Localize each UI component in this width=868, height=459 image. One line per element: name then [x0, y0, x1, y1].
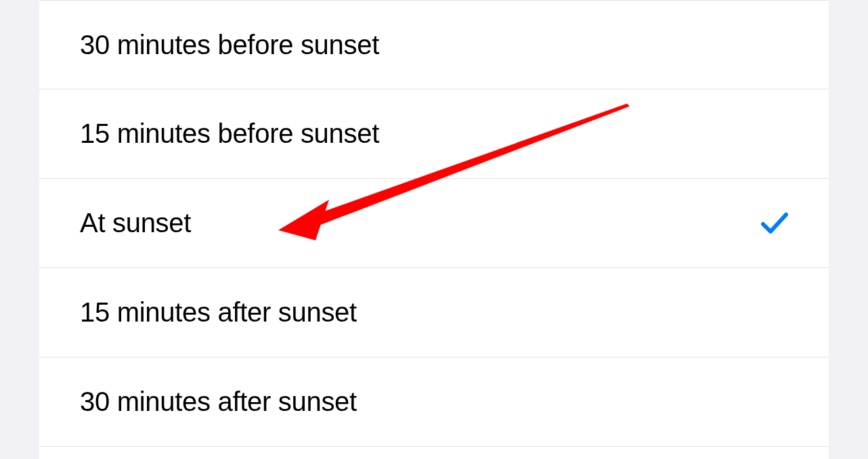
option-label: 30 minutes after sunset [80, 387, 357, 417]
option-label: 30 minutes before sunset [80, 30, 379, 60]
settings-panel: 30 minutes before sunset 15 minutes befo… [39, 0, 829, 459]
checkmark-icon [761, 210, 788, 237]
option-30-min-after-sunset[interactable]: 30 minutes after sunset [39, 357, 829, 447]
option-15-min-before-sunset[interactable]: 15 minutes before sunset [39, 89, 829, 179]
option-label: 15 minutes after sunset [80, 297, 357, 328]
option-label: 15 minutes before sunset [80, 118, 379, 149]
sunset-options-list: 30 minutes before sunset 15 minutes befo… [39, 0, 829, 447]
option-30-min-before-sunset[interactable]: 30 minutes before sunset [39, 0, 829, 89]
option-15-min-after-sunset[interactable]: 15 minutes after sunset [39, 268, 829, 357]
option-at-sunset[interactable]: At sunset [39, 179, 829, 268]
option-label: At sunset [80, 208, 191, 238]
